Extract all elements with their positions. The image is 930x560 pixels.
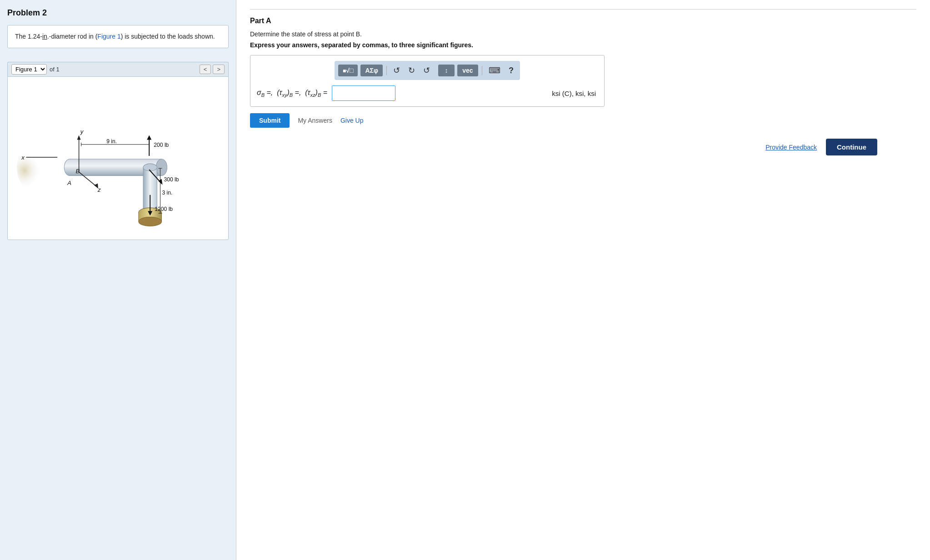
keyboard-button[interactable]: ⌨ [486,64,503,77]
provide-feedback-link[interactable]: Provide Feedback [765,144,817,151]
figure-of-label: of 1 [50,66,60,73]
redo-button[interactable]: ↻ [405,64,418,77]
figure-prev-button[interactable]: < [200,65,211,74]
figure-select-wrapper: Figure 1 of 1 [11,64,60,75]
undo-button[interactable]: ↺ [390,64,403,77]
problem-title: Problem 2 [7,8,229,18]
equation-label: σB =, (τxy)B =, (τxz)B = [257,89,327,98]
part-title: Part A [250,17,916,25]
math-input-area: ■√□ ΑΣφ ↺ ↻ ↺ ↕ vec ⌨ ? σB =, (τxy)B =, … [250,55,605,107]
units-label: ksi (C), ksi, ksi [552,90,598,97]
svg-text:1200 lb: 1200 lb [155,206,173,212]
refresh-button[interactable]: ↺ [420,64,433,77]
svg-point-5 [156,159,167,175]
toolbar-separator [386,66,387,75]
math-symbol-button[interactable]: ■√□ [338,65,358,76]
svg-text:200 lb: 200 lb [154,142,169,148]
instruction-text: Express your answers, separated by comma… [250,41,916,49]
submit-button[interactable]: Submit [250,113,290,128]
greek-symbol-button[interactable]: ΑΣφ [360,65,383,76]
svg-marker-17 [77,135,81,140]
give-up-link[interactable]: Give Up [340,117,364,124]
svg-text:B: B [76,168,80,175]
math-toolbar: ■√□ ΑΣφ ↺ ↻ ↺ ↕ vec ⌨ ? [335,61,520,80]
svg-text:y: y [80,128,84,135]
continue-button[interactable]: Continue [826,139,877,155]
answer-input[interactable] [332,85,395,101]
svg-text:300 lb: 300 lb [164,176,179,183]
equation-row: σB =, (τxy)B =, (τxz)B = ksi (C), ksi, k… [257,85,598,101]
problem-description: The 1.24-in.-diameter rod in (Figure 1) … [7,25,229,48]
svg-marker-33 [147,135,151,140]
help-button[interactable]: ? [506,64,516,77]
svg-point-13 [139,217,162,226]
question-text: Determine the state of stress at point B… [250,30,916,38]
svg-text:9 in.: 9 in. [106,138,117,145]
toolbar-separator-2 [482,66,482,75]
action-row: Submit My Answers Give Up [250,113,605,128]
svg-point-0 [17,138,67,197]
figure-image-box: x y z B A 9 in. [7,76,229,240]
figure-next-button[interactable]: > [213,65,225,74]
left-panel: Problem 2 The 1.24-in.-diameter rod in (… [0,0,236,560]
svg-text:3 in.: 3 in. [162,190,173,196]
figure-svg: x y z B A 9 in. [8,77,228,240]
updown-button[interactable]: ↕ [438,65,455,76]
right-panel: Part A Determine the state of stress at … [236,0,930,560]
my-answers-label: My Answers [298,117,332,124]
svg-text:z: z [97,186,101,193]
bottom-row: Provide Feedback Continue [250,139,877,155]
figure-select[interactable]: Figure 1 [11,64,47,75]
svg-text:x: x [21,154,25,161]
figure-link[interactable]: Figure 1 [97,33,120,40]
figure-selector-bar: Figure 1 of 1 < > [7,62,229,76]
vec-button[interactable]: vec [457,65,478,76]
svg-text:A: A [67,180,71,186]
top-divider [250,9,916,10]
svg-point-7 [143,164,157,171]
